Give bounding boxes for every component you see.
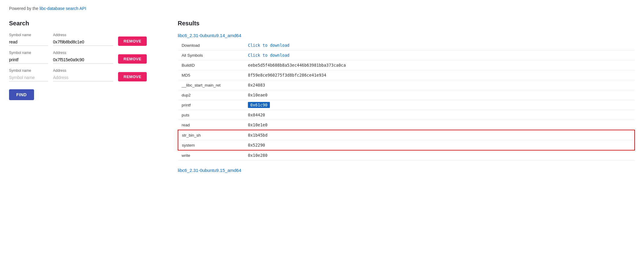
address-label-1: Address (53, 33, 113, 37)
symbol-input-3[interactable] (9, 74, 48, 81)
symbol-label-2: Symbol name (9, 51, 48, 55)
search-panel: Search Symbol name Address REMOVE Symbol… (9, 20, 160, 100)
remove-button-2[interactable]: REMOVE (118, 54, 147, 64)
value-cell: Click to download (244, 50, 635, 60)
symbol-cell: write (178, 150, 244, 160)
value-cell: Click to download (244, 40, 635, 50)
symbol-cell: All Symbols (178, 50, 244, 60)
libc-version-link-2[interactable]: libc6_2.31-0ubuntu9.15_amd64 (178, 168, 635, 173)
value-cell: eebe5d5f4b608b8a53ec446b63981bba373ca0ca (244, 60, 635, 70)
address-field-group-1: Address (53, 33, 113, 46)
download-link[interactable]: Click to download (248, 43, 289, 48)
table-row: read 0x10e1e0 (178, 120, 635, 130)
symbol-input-2[interactable] (9, 56, 48, 64)
table-row-str-bin-sh: str_bin_sh 0x1b45bd (178, 130, 635, 140)
powered-by-text: Powered by the libc-database search API (9, 6, 635, 11)
search-title: Search (9, 20, 160, 27)
table-row: BuildID eebe5d5f4b608b8a53ec446b63981bba… (178, 60, 635, 70)
table-row: All Symbols Click to download (178, 50, 635, 60)
address-field-group-2: Address (53, 51, 113, 64)
symbol-field-group-3: Symbol name (9, 68, 48, 81)
remove-button-1[interactable]: REMOVE (118, 36, 147, 46)
search-row-1: Symbol name Address REMOVE (9, 33, 160, 46)
address-input-2[interactable] (53, 56, 113, 64)
symbol-cell: dup2 (178, 90, 244, 100)
table-row: dup2 0x10eae0 (178, 90, 635, 100)
symbol-label-1: Symbol name (9, 33, 48, 37)
address-input-1[interactable] (53, 38, 113, 46)
results-panel: Results libc6_2.31-0ubuntu9.14_amd64 Dow… (178, 20, 635, 180)
value-cell: 0x10eae0 (244, 90, 635, 100)
results-table-1: Download Click to download All Symbols C… (178, 40, 635, 160)
value-cell: 8f59e8ce960275f3d8bfc286ce41e934 (244, 70, 635, 80)
value-cell: 0x52290 (244, 140, 635, 150)
table-row: Download Click to download (178, 40, 635, 50)
search-row-3: Symbol name Address REMOVE (9, 68, 160, 81)
symbol-cell: BuildID (178, 60, 244, 70)
search-row-2: Symbol name Address REMOVE (9, 51, 160, 64)
all-symbols-link[interactable]: Click to download (248, 53, 289, 58)
symbol-field-group-1: Symbol name (9, 33, 48, 46)
address-field-group-3: Address (53, 68, 113, 81)
symbol-cell: __libc_start_main_ret (178, 80, 244, 90)
value-cell: 0x1b45bd (244, 130, 635, 140)
value-cell: 0x61c90 (244, 100, 635, 110)
table-row: write 0x10e280 (178, 150, 635, 160)
highlighted-value: 0x61c90 (248, 102, 270, 108)
find-button[interactable]: FIND (9, 89, 34, 100)
api-link[interactable]: libc-database search API (39, 6, 86, 11)
libc-version-link-1[interactable]: libc6_2.31-0ubuntu9.14_amd64 (178, 33, 635, 38)
address-label-2: Address (53, 51, 113, 55)
symbol-cell: str_bin_sh (178, 130, 244, 140)
symbol-input-1[interactable] (9, 38, 48, 46)
results-section-2: libc6_2.31-0ubuntu9.15_amd64 (178, 168, 635, 173)
table-row: __libc_start_main_ret 0x24083 (178, 80, 635, 90)
value-cell: 0x84420 (244, 110, 635, 120)
table-row: MD5 8f59e8ce960275f3d8bfc286ce41e934 (178, 70, 635, 80)
results-title: Results (178, 20, 635, 27)
value-cell: 0x10e1e0 (244, 120, 635, 130)
table-row: puts 0x84420 (178, 110, 635, 120)
address-input-3[interactable] (53, 74, 113, 81)
symbol-field-group-2: Symbol name (9, 51, 48, 64)
results-section-1: libc6_2.31-0ubuntu9.14_amd64 Download Cl… (178, 33, 635, 160)
symbol-cell: printf (178, 100, 244, 110)
symbol-cell: MD5 (178, 70, 244, 80)
symbol-cell: read (178, 120, 244, 130)
address-label-3: Address (53, 68, 113, 73)
remove-button-3[interactable]: REMOVE (118, 72, 147, 81)
value-cell: 0x24083 (244, 80, 635, 90)
value-cell: 0x10e280 (244, 150, 635, 160)
symbol-cell: system (178, 140, 244, 150)
symbol-cell: Download (178, 40, 244, 50)
table-row-system: system 0x52290 (178, 140, 635, 150)
symbol-cell: puts (178, 110, 244, 120)
symbol-label-3: Symbol name (9, 68, 48, 73)
table-row: printf 0x61c90 (178, 100, 635, 110)
